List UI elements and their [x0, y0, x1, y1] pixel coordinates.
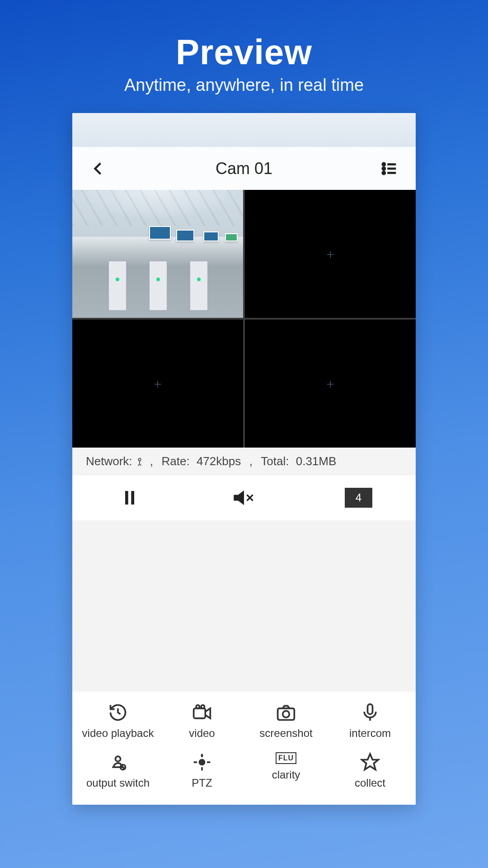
output-switch-button[interactable]: output switch: [76, 752, 160, 789]
collect-button[interactable]: collect: [328, 752, 412, 789]
star-icon: [360, 752, 380, 772]
rate-label: Rate:: [161, 454, 189, 468]
screenshot-button[interactable]: screenshot: [244, 703, 328, 740]
playback-controls: 4: [72, 475, 416, 520]
svg-point-16: [116, 756, 121, 761]
rate-value: 472kbps: [197, 454, 241, 468]
video-camera-icon: [192, 703, 212, 722]
total-label: Total:: [261, 454, 289, 468]
bottom-toolbar: video playback video screenshot intercom…: [72, 692, 416, 805]
intercom-button[interactable]: intercom: [328, 703, 412, 740]
sep: ,: [243, 454, 259, 468]
svg-point-4: [383, 171, 385, 174]
camera-slot-3[interactable]: ＋: [72, 320, 243, 448]
camera-grid: ＋ ＋ ＋: [72, 190, 416, 448]
hero-subtitle: Anytime, anywhere, in real time: [124, 75, 364, 95]
signal-icon: [134, 456, 145, 467]
camera-stream: [72, 190, 243, 318]
tool-label: PTZ: [192, 777, 212, 789]
tool-label: clarity: [272, 769, 300, 781]
microphone-icon: [360, 703, 380, 722]
camera-icon: [276, 703, 296, 722]
tool-label: video playback: [82, 727, 154, 740]
svg-point-10: [196, 705, 199, 708]
video-playback-button[interactable]: video playback: [76, 703, 160, 740]
tool-label: screenshot: [259, 727, 312, 740]
network-label: Network:: [86, 454, 132, 468]
hero-title: Preview: [124, 32, 364, 73]
status-bar: [72, 113, 416, 147]
camera-slot-4[interactable]: ＋: [245, 320, 416, 448]
tool-label: output switch: [86, 777, 150, 789]
layout-count: 4: [345, 488, 372, 508]
device-list-button[interactable]: [376, 155, 403, 182]
total-value: 0.31MB: [296, 454, 337, 468]
camera-slot-2[interactable]: ＋: [245, 190, 416, 318]
tool-label: video: [189, 727, 215, 740]
page-title: Cam 01: [112, 159, 376, 178]
chevron-left-icon: [90, 160, 107, 177]
speaker-muted-icon: [232, 489, 256, 507]
svg-rect-9: [194, 708, 206, 718]
svg-rect-7: [125, 491, 128, 505]
pause-icon: [121, 489, 139, 507]
svg-point-11: [201, 705, 204, 708]
pause-button[interactable]: [103, 489, 157, 507]
add-camera-icon: ＋: [324, 245, 337, 263]
layout-button[interactable]: 4: [331, 488, 385, 508]
history-icon: [108, 703, 128, 722]
sep: ,: [147, 454, 160, 468]
mute-button[interactable]: [217, 489, 271, 507]
marketing-header: Preview Anytime, anywhere, in real time: [124, 32, 364, 95]
svg-line-18: [121, 765, 124, 769]
ptz-button[interactable]: PTZ: [160, 752, 244, 789]
tool-label: collect: [355, 777, 385, 789]
stream-stats: Network: , Rate: 472kbps , Total: 0.31MB: [72, 448, 416, 475]
back-button[interactable]: [85, 155, 112, 182]
app-bar: Cam 01: [72, 147, 416, 190]
alarm-output-icon: [108, 752, 128, 772]
svg-point-0: [383, 163, 385, 165]
svg-rect-8: [131, 491, 134, 505]
svg-point-13: [283, 711, 290, 717]
camera-slot-1[interactable]: [72, 190, 243, 318]
record-video-button[interactable]: video: [160, 703, 244, 740]
svg-point-19: [200, 760, 205, 765]
svg-rect-14: [368, 704, 373, 714]
clarity-button[interactable]: FLU clarity: [244, 752, 328, 789]
svg-point-6: [138, 458, 141, 461]
list-icon: [381, 160, 398, 177]
ptz-icon: [192, 752, 212, 772]
quality-badge-icon: FLU: [276, 752, 296, 764]
content-area: [72, 520, 416, 692]
add-camera-icon: ＋: [324, 375, 337, 392]
svg-point-2: [383, 167, 385, 170]
add-camera-icon: ＋: [151, 375, 164, 392]
svg-marker-20: [362, 754, 379, 770]
phone-frame: Cam 01 ＋ ＋ ＋ Network: , Rate: 472kbps: [72, 113, 416, 805]
tool-label: intercom: [349, 727, 391, 740]
